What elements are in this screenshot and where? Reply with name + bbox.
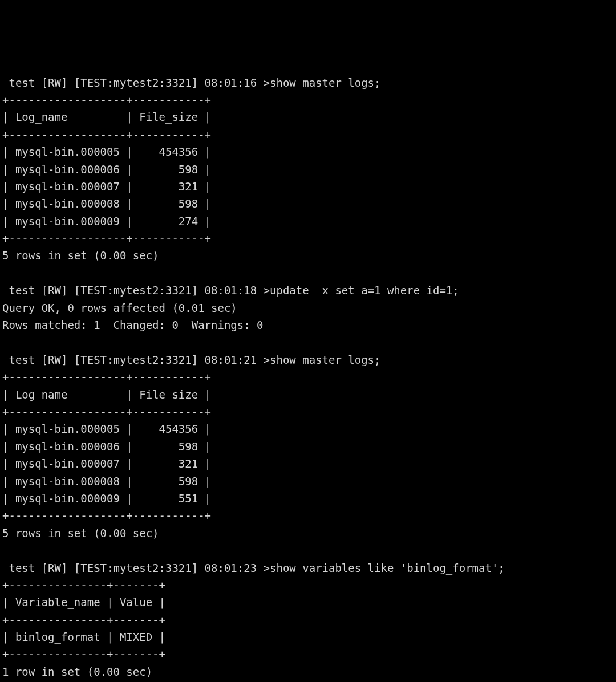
table-sep: +------------------+-----------+ — [2, 509, 211, 522]
command: show variables like 'binlog_format'; — [270, 562, 505, 574]
table-row: | mysql-bin.000008 | 598 | — [2, 475, 211, 488]
table-row: | mysql-bin.000008 | 598 | — [2, 197, 211, 210]
command: show master logs; — [270, 76, 380, 89]
table-row: | mysql-bin.000007 | 321 | — [2, 457, 211, 470]
table-row: | mysql-bin.000006 | 598 | — [2, 163, 211, 176]
table-sep: +---------------+-------+ — [2, 614, 165, 626]
prompt-line: test [RW] [TEST:mytest2:3321] 08:01:16 >… — [2, 76, 380, 89]
result-line: Query OK, 0 rows affected (0.01 sec) — [2, 302, 237, 314]
table-row: | mysql-bin.000007 | 321 | — [2, 180, 211, 193]
command: update x set a=1 where id=1; — [270, 284, 459, 297]
table-header: | Log_name | File_size | — [2, 111, 211, 123]
result-footer: 5 rows in set (0.00 sec) — [2, 249, 159, 262]
command: show master logs; — [270, 354, 380, 366]
result-line: Rows matched: 1 Changed: 0 Warnings: 0 — [2, 319, 264, 331]
table-row: | mysql-bin.000009 | 551 | — [2, 492, 211, 505]
prompt-line: test [RW] [TEST:mytest2:3321] 08:01:21 >… — [2, 354, 380, 366]
table-row: | mysql-bin.000009 | 274 | — [2, 215, 211, 228]
table-sep: +------------------+-----------+ — [2, 94, 211, 106]
prompt: test [RW] [TEST:mytest2:3321] 08:01:21 > — [2, 354, 270, 366]
table-row: | mysql-bin.000005 | 454356 | — [2, 423, 211, 435]
terminal-output[interactable]: test [RW] [TEST:mytest2:3321] 08:01:16 >… — [2, 74, 614, 681]
prompt: test [RW] [TEST:mytest2:3321] 08:01:16 > — [2, 76, 270, 89]
table-sep: +------------------+-----------+ — [2, 405, 211, 418]
table-sep: +---------------+-------+ — [2, 579, 165, 591]
table-header: | Log_name | File_size | — [2, 388, 211, 401]
table-row: | binlog_format | MIXED | — [2, 631, 165, 643]
table-sep: +------------------+-----------+ — [2, 371, 211, 383]
prompt: test [RW] [TEST:mytest2:3321] 08:01:18 > — [2, 284, 270, 297]
table-sep: +------------------+-----------+ — [2, 232, 211, 245]
result-footer: 1 row in set (0.00 sec) — [2, 665, 152, 678]
table-header: | Variable_name | Value | — [2, 596, 165, 608]
table-row: | mysql-bin.000006 | 598 | — [2, 440, 211, 453]
table-sep: +---------------+-------+ — [2, 648, 165, 660]
prompt: test [RW] [TEST:mytest2:3321] 08:01:23 > — [2, 562, 270, 574]
table-row: | mysql-bin.000005 | 454356 | — [2, 145, 211, 158]
prompt-line: test [RW] [TEST:mytest2:3321] 08:01:18 >… — [2, 284, 459, 297]
result-footer: 5 rows in set (0.00 sec) — [2, 527, 159, 539]
prompt-line: test [RW] [TEST:mytest2:3321] 08:01:23 >… — [2, 562, 505, 574]
table-sep: +------------------+-----------+ — [2, 128, 211, 141]
